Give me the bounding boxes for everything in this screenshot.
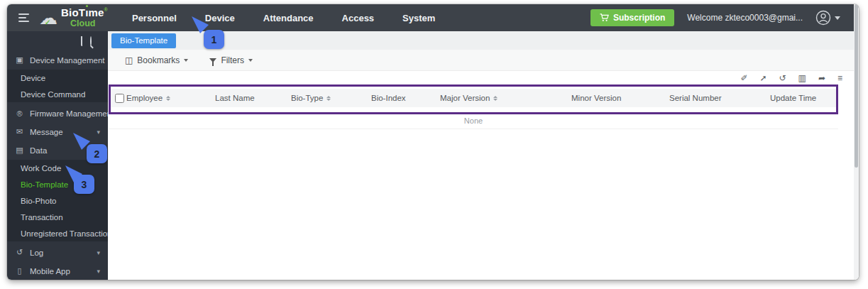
book-icon: ◫ (125, 55, 133, 65)
annotation-callout-1: 1 (204, 30, 224, 49)
scrollbar-thumb[interactable] (855, 4, 858, 168)
sidebar-item-device[interactable]: Device (7, 70, 108, 86)
hamburger-menu-icon[interactable] (18, 11, 29, 24)
column-header-bio-type[interactable]: Bio-Type (291, 94, 371, 102)
user-account-menu[interactable] (815, 10, 840, 26)
sidebar-group-mobile-app[interactable]: ▯ Mobile App ▾ (7, 263, 108, 279)
data-icon: ▤ (15, 146, 24, 155)
mobile-app-icon: ▯ (15, 266, 24, 276)
sort-icon[interactable] (166, 96, 170, 101)
welcome-text: Welcome zkteco0003@gmai... (687, 13, 803, 23)
sort-icon[interactable] (326, 96, 331, 101)
funnel-icon (209, 58, 216, 62)
annotation-callout-3: 3 (74, 175, 94, 194)
sidebar-group-message[interactable]: ✉ Message ▾ (7, 124, 108, 140)
top-navbar: ☁✓ BioTıme® Cloud Personnel Device Atten… (7, 4, 859, 31)
filters-dropdown[interactable]: Filters (209, 55, 253, 65)
brand-subtitle: Cloud (70, 19, 108, 28)
nav-item-system[interactable]: System (401, 6, 436, 31)
column-header-employee[interactable]: Employee (126, 94, 215, 102)
clear-icon[interactable]: ✐ (740, 73, 747, 84)
bookmarks-dropdown[interactable]: ◫ Bookmarks (125, 55, 188, 65)
sidebar-item-device-command[interactable]: Device Command (7, 86, 108, 102)
columns-icon[interactable]: ▥ (798, 73, 806, 84)
column-header-bio-index: Bio-Index (371, 94, 440, 102)
tab-bio-template[interactable]: Bio-Template (111, 33, 176, 48)
annotation-highlight-box: Employee Last Name Bio-Type Bio-Index Ma… (109, 84, 838, 114)
sidebar-group-firmware-management[interactable]: ® Firmware Management ▾ (7, 105, 108, 121)
avatar-icon (815, 10, 831, 26)
column-header-serial-number: Serial Number (669, 94, 770, 102)
chevron-down-icon (835, 16, 840, 20)
nav-item-attendance[interactable]: Attendance (262, 6, 315, 31)
column-header-major-version[interactable]: Major Version (440, 94, 571, 102)
tag-icon[interactable] (81, 37, 82, 45)
brand-name: BioTıme® (61, 6, 108, 18)
sidebar-item-unregistered-transactions[interactable]: Unregistered Transactions (7, 225, 108, 241)
log-icon: ↺ (15, 248, 24, 257)
chevron-down-icon (248, 59, 253, 62)
select-all-checkbox[interactable] (115, 94, 124, 103)
vertical-scrollbar[interactable] (854, 4, 859, 280)
column-header-last-name: Last Name (215, 94, 291, 102)
sidebar-item-transaction[interactable]: Transaction (7, 209, 108, 225)
callout-tail (72, 132, 91, 151)
export-icon[interactable]: ➦ (818, 73, 825, 84)
nav-item-access[interactable]: Access (341, 6, 376, 31)
filter-toolbar: ◫ Bookmarks Filters (108, 50, 859, 71)
cart-icon (600, 13, 609, 22)
column-header-minor-version: Minor Version (571, 94, 669, 102)
sidebar-group-device-management[interactable]: ▣ Device Management ▴ (7, 52, 108, 68)
empty-table-message: None (109, 114, 838, 129)
main-content: Bio-Template ◫ Bookmarks Filters ✐ ➚ ↺ ▥… (108, 31, 859, 280)
main-menu: Personnel Device Attendance Access Syste… (131, 6, 436, 31)
app-window: ☁✓ BioTıme® Cloud Personnel Device Atten… (7, 4, 859, 280)
subscription-button[interactable]: Subscription (590, 9, 674, 26)
callout-tail (191, 16, 209, 34)
brand-logo: ☁✓ BioTıme® Cloud (39, 7, 108, 28)
table-header-row: Employee Last Name Bio-Type Bio-Index Ma… (111, 89, 836, 107)
chevron-down-icon: ▾ (97, 249, 100, 256)
search-icon[interactable] (90, 37, 92, 45)
sort-icon[interactable] (493, 96, 498, 101)
sidebar-group-log[interactable]: ↺ Log ▾ (7, 244, 108, 261)
expand-icon[interactable]: ➚ (759, 73, 767, 84)
chevron-down-icon: ▾ (97, 268, 100, 275)
table-actions: ✐ ➚ ↺ ▥ ➦ ≡ (108, 71, 854, 84)
sidebar-item-bio-photo[interactable]: Bio-Photo (7, 192, 108, 209)
firmware-icon: ® (15, 109, 24, 118)
cloud-logo-icon: ☁✓ (39, 11, 57, 25)
chevron-down-icon: ▾ (97, 129, 100, 136)
table-panel: ✐ ➚ ↺ ▥ ➦ ≡ Employee Last Name Bio-Type … (108, 71, 854, 280)
settings-icon[interactable]: ≡ (837, 73, 842, 84)
annotation-callout-2: 2 (87, 144, 107, 163)
device-management-icon: ▣ (15, 55, 24, 65)
callout-tail (65, 165, 83, 183)
chevron-down-icon (184, 59, 188, 62)
message-icon: ✉ (15, 127, 24, 136)
nav-item-personnel[interactable]: Personnel (131, 6, 178, 31)
column-header-update-time: Update Time (770, 94, 836, 102)
refresh-icon[interactable]: ↺ (779, 73, 786, 84)
